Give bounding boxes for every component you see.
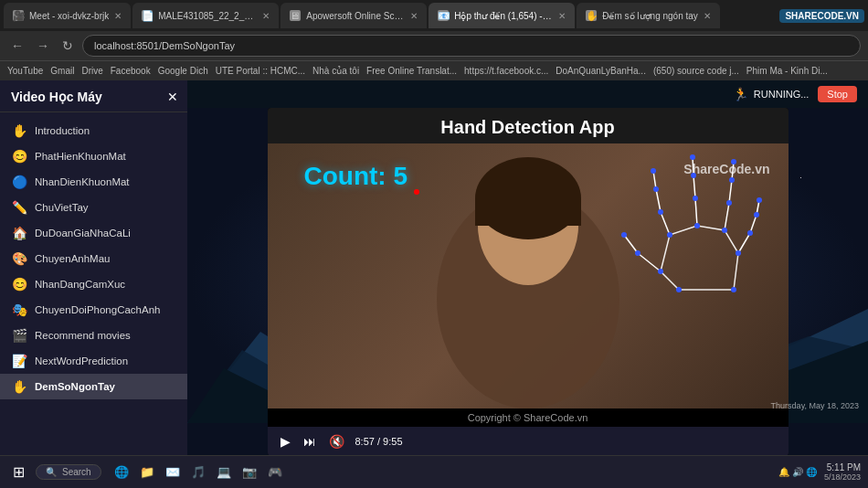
- stop-button[interactable]: Stop: [818, 86, 857, 102]
- sidebar-item-chuyenDoiPhong[interactable]: 🎭 ChuyenDoiPhongCachAnh: [0, 297, 187, 323]
- nextWord-icon: 📝: [11, 354, 27, 368]
- tab-4[interactable]: 📧 Hộp thư đến (1,654) - 20110596... ✕: [429, 3, 575, 28]
- svg-line-20: [750, 215, 757, 233]
- svg-line-11: [656, 189, 661, 212]
- play-button[interactable]: ▶: [279, 432, 292, 451]
- bookmark-source[interactable]: (650) source code j...: [653, 66, 739, 76]
- taskbar-app-1[interactable]: 🌐: [111, 461, 132, 483]
- sidebar-item-chuVietTay[interactable]: ✏️ ChuVietTay: [0, 195, 187, 220]
- tab-close-2[interactable]: ✕: [262, 11, 270, 21]
- video-title: Hand Detection App: [268, 108, 789, 143]
- taskbar-app-2[interactable]: 📁: [136, 461, 158, 483]
- taskbar-icons: 🔔 🔊 🌐: [778, 467, 817, 477]
- sidebar-item-phatHienKhuonMat[interactable]: 😊 PhatHienKhuonMat: [0, 143, 187, 169]
- bookmarks-bar: YouTube Gmail Drive Facebook Google Dich…: [0, 60, 868, 80]
- tab-3[interactable]: 🖥 Apowersoft Online Screen R... ✕: [281, 3, 427, 28]
- count-display: Count: 5: [304, 162, 408, 191]
- tab-5[interactable]: ✋ Đếm số lượng ngón tay ✕: [577, 3, 720, 28]
- svg-line-14: [693, 175, 695, 198]
- recommend-icon: 🎬: [11, 328, 27, 343]
- bookmark-facebook[interactable]: Facebook: [111, 66, 151, 76]
- tab-1[interactable]: 🎥 Meet - xoi-dvkz-brjk ✕: [4, 3, 131, 28]
- bookmark-doan[interactable]: DoAnQuanLyBanHa...: [556, 66, 646, 76]
- phatHien-icon: 😊: [11, 149, 27, 164]
- taskbar-app-5[interactable]: 💻: [213, 461, 235, 483]
- sidebar-item-demSoNgonTay[interactable]: ✋ DemSoNgonTay: [0, 374, 187, 399]
- address-bar[interactable]: [82, 35, 861, 57]
- taskbar-search[interactable]: 🔍 Search: [36, 464, 101, 480]
- bookmark-drive[interactable]: Drive: [81, 66, 102, 76]
- svg-line-18: [732, 162, 734, 180]
- svg-line-17: [729, 180, 732, 203]
- mute-button[interactable]: 🔇: [327, 432, 346, 451]
- bookmark-phim[interactable]: Phim Ma - Kinh Di...: [746, 66, 828, 76]
- sidebar-item-recommend[interactable]: 🎬 Recommend movies: [0, 323, 187, 348]
- copyright-text: Copyright © ShareCode.vn: [468, 412, 588, 423]
- tab-2[interactable]: 📄 MALE431085_22_2_04CLC: Nộp... ✕: [132, 3, 279, 28]
- nhanDien-label: NhanDienKhuonMat: [35, 176, 130, 187]
- sidebar: Video Học Máy ✕ ✋ Introduction 😊 PhatHie…: [0, 80, 187, 455]
- video-frame[interactable]: Count: 5 ShareCode.vn: [268, 143, 789, 408]
- taskbar-app-3[interactable]: ✉️: [162, 461, 184, 483]
- sidebar-item-introduction[interactable]: ✋ Introduction: [0, 118, 187, 143]
- sidebar-item-nextWord[interactable]: 📝 NextWordPrediction: [0, 348, 187, 374]
- next-button[interactable]: ⏭: [302, 432, 318, 451]
- svg-point-36: [690, 154, 695, 160]
- video-container: Hand Detection App Count: 5 ShareC: [268, 108, 789, 455]
- copyright-bar: Copyright © ShareCode.vn: [268, 408, 789, 427]
- demSo-icon: ✋: [11, 379, 27, 394]
- sidebar-item-chuyenAnhMau[interactable]: 🎨 ChuyenAnhMau: [0, 246, 187, 271]
- tab-close-1[interactable]: ✕: [114, 11, 122, 21]
- chuViet-icon: ✏️: [11, 200, 27, 215]
- duDoan-label: DuDoanGiaNhaCaLi: [35, 228, 131, 239]
- sidebar-item-nhanDangCamXuc[interactable]: 😊 NhanDangCamXuc: [0, 271, 187, 297]
- tab-close-5[interactable]: ✕: [704, 11, 711, 21]
- tab-title-5: Đếm số lượng ngón tay: [602, 11, 698, 21]
- taskbar-right: 🔔 🔊 🌐 5:11 PM 5/18/2023: [778, 462, 861, 482]
- svg-point-29: [635, 250, 640, 256]
- tab-title-3: Apowersoft Online Screen R...: [306, 11, 405, 21]
- tab-favicon-2: 📄: [142, 10, 153, 21]
- phatHien-label: PhatHienKhuonMat: [35, 151, 126, 162]
- svg-point-37: [726, 200, 732, 206]
- close-button[interactable]: ✕: [167, 90, 178, 104]
- svg-point-25: [694, 223, 700, 228]
- svg-point-39: [731, 159, 736, 164]
- bookmark-fb[interactable]: https://t.facebook.c...: [464, 66, 548, 76]
- time-elapsed: 8:57: [355, 436, 375, 447]
- bookmark-gmail[interactable]: Gmail: [50, 66, 74, 76]
- svg-line-16: [725, 203, 729, 230]
- nhanDang-icon: 😊: [11, 277, 27, 292]
- bookmark-nha[interactable]: Nhà của tôi: [312, 66, 359, 76]
- sidebar-item-duDoanGia[interactable]: 🏠 DuDoanGiaNhaCaLi: [0, 220, 187, 246]
- browser-logo: SHARECODE.VN: [779, 9, 864, 23]
- forward-button[interactable]: →: [33, 37, 53, 55]
- chuViet-label: ChuVietTay: [35, 202, 89, 213]
- sidebar-item-nhanDienKhuonMat[interactable]: 🔵 NhanDienKhuonMat: [0, 169, 187, 195]
- tab-favicon-5: ✋: [586, 10, 597, 21]
- bookmark-google-dich[interactable]: Google Dich: [158, 66, 208, 76]
- tab-close-3[interactable]: ✕: [410, 11, 418, 21]
- svg-point-42: [757, 197, 762, 203]
- svg-point-27: [736, 250, 741, 256]
- taskbar-time: 5:11 PM 5/18/2023: [824, 462, 861, 482]
- search-placeholder: Search: [62, 467, 91, 477]
- bookmark-translate[interactable]: Free Online Translat...: [366, 66, 457, 76]
- svg-point-41: [754, 212, 759, 217]
- bookmark-youtube[interactable]: YouTube: [7, 66, 43, 76]
- taskbar-app-7[interactable]: 🎮: [264, 461, 286, 483]
- back-button[interactable]: ←: [7, 37, 27, 55]
- taskbar-app-6[interactable]: 📷: [238, 461, 260, 483]
- svg-point-30: [621, 232, 627, 238]
- tab-title-2: MALE431085_22_2_04CLC: Nộp...: [158, 11, 257, 21]
- clock-date: 5/18/2023: [824, 472, 861, 482]
- svg-line-15: [693, 157, 693, 175]
- date-badge: Thursday, May 18, 2023: [771, 401, 859, 410]
- reload-button[interactable]: ↻: [58, 37, 77, 55]
- duDoan-icon: 🏠: [11, 226, 27, 240]
- start-button[interactable]: ⊞: [7, 461, 30, 483]
- taskbar: ⊞ 🔍 Search 🌐 📁 ✉️ 🎵 💻 📷 🎮 🔔 🔊 🌐 5:11 PM …: [0, 455, 868, 488]
- taskbar-app-4[interactable]: 🎵: [187, 461, 209, 483]
- bookmark-ute[interactable]: UTE Portal :: HCMC...: [216, 66, 305, 76]
- tab-close-4[interactable]: ✕: [558, 11, 566, 21]
